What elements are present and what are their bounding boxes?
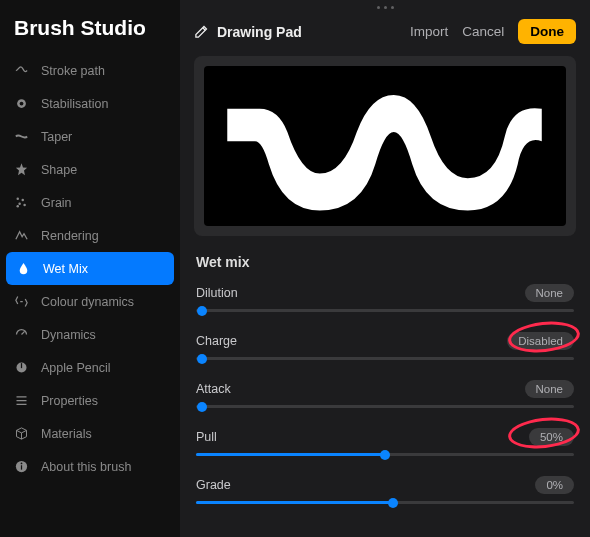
svg-point-2 [17,198,20,201]
stabilisation-icon [14,96,29,111]
slider-value-badge[interactable]: None [525,284,575,302]
drawing-pad-button[interactable]: Drawing Pad [194,24,302,40]
sidebar-item-properties[interactable]: Properties [0,384,180,417]
sidebar-item-stabilisation[interactable]: Stabilisation [0,87,180,120]
sidebar-item-label: Shape [41,163,77,177]
sidebar-item-label: Properties [41,394,98,408]
grain-icon [14,195,29,210]
rendering-icon [14,228,29,243]
svg-point-4 [18,203,21,206]
svg-point-3 [22,199,25,202]
brush-preview[interactable] [194,56,576,236]
slider-thumb[interactable] [197,402,207,412]
import-button[interactable]: Import [410,24,448,39]
sidebar-item-about[interactable]: About this brush [0,450,180,483]
sidebar-item-label: Stroke path [41,64,105,78]
sidebar-item-label: Materials [41,427,92,441]
sidebar: Brush Studio Stroke pathStabilisationTap… [0,0,180,537]
app-title: Brush Studio [0,12,180,54]
sidebar-item-label: Apple Pencil [41,361,111,375]
header: Drawing Pad Import Cancel Done [180,13,590,56]
sidebar-item-label: Dynamics [41,328,96,342]
slider-track[interactable] [196,357,574,360]
slider-thumb[interactable] [380,450,390,460]
slider-track[interactable] [196,501,574,504]
svg-point-1 [20,102,24,106]
svg-point-6 [17,205,20,208]
sidebar-item-colourdyn[interactable]: Colour dynamics [0,285,180,318]
slider-track[interactable] [196,453,574,456]
slider-label: Dilution [196,286,238,300]
sidebar-item-label: Rendering [41,229,99,243]
main-panel: Drawing Pad Import Cancel Done Wet mix D… [180,0,590,537]
properties-icon [14,393,29,408]
cancel-button[interactable]: Cancel [462,24,504,39]
section-title: Wet mix [180,236,590,278]
slider-value-badge[interactable]: 0% [535,476,574,494]
slider-row-charge: ChargeDisabled [196,326,574,374]
svg-rect-10 [21,465,22,469]
colourdyn-icon [14,294,29,309]
about-icon [14,459,29,474]
sidebar-item-dynamics[interactable]: Dynamics [0,318,180,351]
shape-icon [14,162,29,177]
slider-thumb[interactable] [197,306,207,316]
edit-icon [194,24,209,39]
sidebar-item-rendering[interactable]: Rendering [0,219,180,252]
svg-point-5 [23,204,26,207]
taper-icon [14,129,29,144]
svg-point-11 [21,463,23,465]
drag-handle-icon[interactable] [180,0,590,13]
wetmix-icon [16,261,31,276]
sidebar-item-wetmix[interactable]: Wet Mix [6,252,174,285]
done-button[interactable]: Done [518,19,576,44]
slider-thumb[interactable] [388,498,398,508]
materials-icon [14,426,29,441]
drawing-pad-label: Drawing Pad [217,24,302,40]
slider-label: Grade [196,478,231,492]
sidebar-item-shape[interactable]: Shape [0,153,180,186]
slider-label: Attack [196,382,231,396]
sidebar-item-applepencil[interactable]: Apple Pencil [0,351,180,384]
slider-row-grade: Grade0% [196,470,574,518]
sidebar-item-label: Wet Mix [43,262,88,276]
sidebar-item-materials[interactable]: Materials [0,417,180,450]
slider-row-dilution: DilutionNone [196,278,574,326]
slider-label: Charge [196,334,237,348]
stroke-path-icon [14,63,29,78]
slider-track[interactable] [196,405,574,408]
sidebar-item-taper[interactable]: Taper [0,120,180,153]
slider-fill [196,501,393,504]
sidebar-item-label: Stabilisation [41,97,108,111]
slider-value-badge[interactable]: None [525,380,575,398]
slider-row-pull: Pull50% [196,422,574,470]
dynamics-icon [14,327,29,342]
sidebar-nav: Stroke pathStabilisationTaperShapeGrainR… [0,54,180,483]
slider-label: Pull [196,430,217,444]
slider-list: DilutionNoneChargeDisabledAttackNonePull… [180,278,590,518]
slider-value-badge[interactable]: 50% [529,428,574,446]
sidebar-item-label: Colour dynamics [41,295,134,309]
sidebar-item-label: Grain [41,196,72,210]
slider-thumb[interactable] [197,354,207,364]
slider-fill [196,453,385,456]
sidebar-item-label: About this brush [41,460,131,474]
slider-row-attack: AttackNone [196,374,574,422]
sidebar-item-label: Taper [41,130,72,144]
slider-track[interactable] [196,309,574,312]
slider-value-badge[interactable]: Disabled [507,332,574,350]
applepencil-icon [14,360,29,375]
sidebar-item-grain[interactable]: Grain [0,186,180,219]
svg-rect-8 [21,363,22,368]
sidebar-item-stroke-path[interactable]: Stroke path [0,54,180,87]
brush-preview-canvas [204,66,566,226]
